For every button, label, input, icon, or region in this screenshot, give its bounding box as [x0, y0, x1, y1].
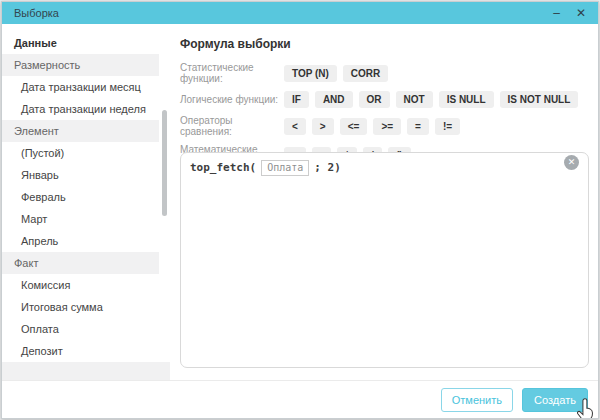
sidebar-scrollbar[interactable] [162, 110, 167, 216]
tree-section-fact[interactable]: Факт [2, 252, 159, 274]
func-button-neq[interactable]: != [435, 118, 460, 135]
formula-prefix: top_fetch( [190, 161, 256, 174]
tree-item-transaction-week[interactable]: Дата транзакции неделя [2, 98, 159, 120]
tree-section-dimension[interactable]: Размерность [2, 54, 159, 76]
func-button-corr[interactable]: CORR [343, 65, 388, 82]
formula-suffix: ; 2) [314, 161, 341, 174]
group-comparison-operators: Операторы сравнения: < > <= >= = != [180, 115, 588, 137]
func-button-if[interactable]: IF [284, 91, 309, 108]
func-button-is-null[interactable]: IS NULL [439, 91, 494, 108]
formula-panel-title: Формула выборки [180, 38, 588, 50]
group-statistical-functions: Статистические функции: TOP (N) CORR [180, 62, 588, 84]
func-button-eq[interactable]: = [407, 118, 429, 135]
create-button[interactable]: Создать [522, 388, 588, 412]
tree-item-january[interactable]: Январь [2, 164, 159, 186]
tree-item-payment[interactable]: Оплата [2, 318, 159, 340]
selection-dialog: Выборка – ✕ Данные Размерность Дата тран… [1, 1, 599, 419]
group-label-logical: Логические функции: [180, 94, 284, 105]
group-label-statistical: Статистические функции: [180, 62, 284, 84]
sidebar-bottom-strip [2, 362, 170, 380]
data-tree-panel: Данные Размерность Дата транзакции месяц… [2, 24, 170, 380]
data-tree: Данные Размерность Дата транзакции месяц… [2, 24, 170, 362]
window-titlebar: Выборка – ✕ [2, 2, 598, 24]
close-icon[interactable]: ✕ [576, 2, 586, 24]
cancel-button[interactable]: Отменить [441, 388, 513, 412]
tree-item-empty[interactable]: (Пустой) [2, 142, 159, 164]
group-logical-functions: Логические функции: IF AND OR NOT IS NUL… [180, 91, 588, 108]
func-button-is-not-null[interactable]: IS NOT NULL [500, 91, 579, 108]
func-button-or[interactable]: OR [359, 91, 390, 108]
group-label-comparison: Операторы сравнения: [180, 115, 284, 137]
minimize-icon[interactable]: – [553, 2, 560, 24]
tree-item-commission[interactable]: Комиссия [2, 274, 159, 296]
tree-item-february[interactable]: Февраль [2, 186, 159, 208]
tree-item-march[interactable]: Март [2, 208, 159, 230]
formula-editor[interactable]: top_fetch(Оплата; 2) ✕ [180, 152, 589, 368]
formula-panel: Формула выборки Статистические функции: … [170, 24, 598, 380]
tree-item-total-sum[interactable]: Итоговая сумма [2, 296, 159, 318]
tree-item-deposit[interactable]: Депозит [2, 340, 159, 362]
func-button-not[interactable]: NOT [396, 91, 433, 108]
field-chip-payment[interactable]: Оплата [261, 160, 309, 176]
func-button-gte[interactable]: >= [373, 118, 401, 135]
tree-item-april[interactable]: Апрель [2, 230, 159, 252]
tree-root-data[interactable]: Данные [2, 32, 159, 54]
window-title: Выборка [14, 7, 59, 19]
formula-expression: top_fetch(Оплата; 2) [181, 153, 588, 183]
func-button-and[interactable]: AND [315, 91, 353, 108]
func-button-gt[interactable]: > [312, 118, 334, 135]
clear-formula-icon[interactable]: ✕ [564, 155, 579, 170]
func-button-top-n[interactable]: TOP (N) [284, 65, 337, 82]
func-button-lte[interactable]: <= [340, 118, 368, 135]
dialog-footer: Отменить Создать [2, 380, 598, 418]
tree-section-element[interactable]: Элемент [2, 120, 159, 142]
window-controls: – ✕ [553, 2, 586, 24]
tree-item-transaction-month[interactable]: Дата транзакции месяц [2, 76, 159, 98]
func-button-lt[interactable]: < [284, 118, 306, 135]
